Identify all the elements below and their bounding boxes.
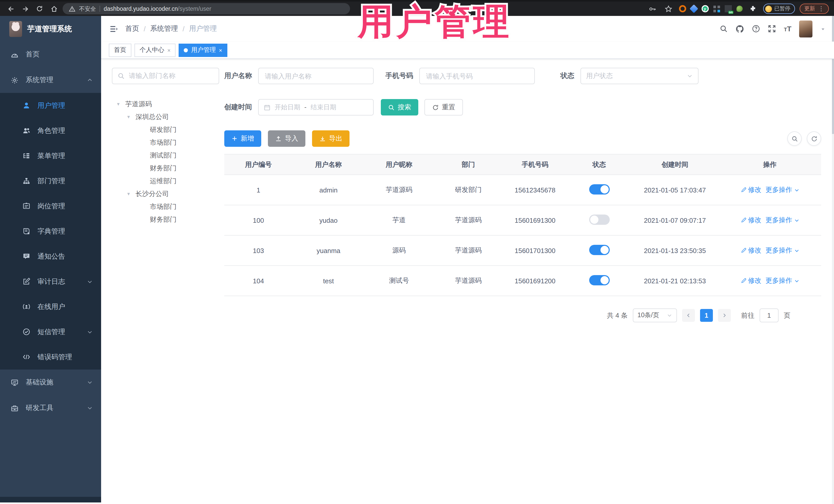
status-toggle[interactable] [589, 184, 610, 194]
import-button[interactable]: 导入 [268, 130, 305, 147]
dept-tree-node[interactable]: ▾ 深圳总公司 [112, 110, 219, 123]
profile-paused-badge[interactable]: 已暂停 [763, 4, 795, 14]
sidebar-group-infrastructure[interactable]: 基础设施 [0, 370, 101, 395]
address-bar[interactable]: 不安全 dashboard.yudao.iocoder.cn/system/us… [63, 3, 350, 14]
sidebar-item-menu-management[interactable]: 菜单管理 [0, 143, 101, 168]
user-avatar[interactable] [799, 20, 812, 37]
search-icon [388, 104, 395, 111]
edit-link[interactable]: 修改 [740, 185, 761, 195]
tree-node-label: 长沙分公司 [135, 189, 169, 198]
dept-tree-node[interactable]: ▾ 芋道源码 [112, 97, 219, 110]
breadcrumb-system[interactable]: 系统管理 [150, 24, 178, 34]
cell-username: yuanma [292, 247, 365, 254]
sidebar-item-user-management[interactable]: 用户管理 [0, 93, 101, 118]
browser-reload-button[interactable] [34, 3, 45, 14]
scrollbar-thumb[interactable] [832, 16, 834, 134]
dept-tree-node[interactable]: ▾ 长沙分公司 [112, 187, 219, 200]
bookmark-star-icon[interactable] [663, 3, 674, 14]
dept-tree-node[interactable]: 市场部门 [112, 136, 219, 149]
sidebar-group-audit-log[interactable]: 审计日志 [0, 269, 101, 294]
sidebar-item-role-management[interactable]: 角色管理 [0, 118, 101, 143]
extension-icon-leaf[interactable] [736, 6, 742, 12]
sidebar-group-system[interactable]: 系统管理 [0, 67, 101, 93]
sidebar-item-error-code[interactable]: 错误码管理 [0, 344, 101, 370]
status-select[interactable]: 用户状态 [580, 68, 699, 84]
toggle-search-button[interactable] [787, 131, 802, 146]
font-size-icon[interactable]: TT [784, 25, 791, 33]
breadcrumb-home[interactable]: 首页 [125, 24, 139, 34]
status-toggle[interactable] [589, 245, 610, 255]
close-icon[interactable]: × [219, 47, 222, 53]
dashboard-icon [11, 50, 19, 58]
browser-forward-button[interactable] [20, 3, 31, 14]
dept-tree-node[interactable]: 运维部门 [112, 175, 219, 187]
help-icon[interactable] [752, 25, 760, 33]
mobile-input[interactable] [419, 68, 535, 84]
search-icon[interactable] [720, 25, 728, 33]
sidebar-item-online-users[interactable]: 在线用户 [0, 294, 101, 319]
prev-page-button[interactable] [682, 309, 695, 322]
browser-home-button[interactable] [48, 3, 60, 14]
search-button[interactable]: 搜索 [381, 99, 418, 115]
refresh-table-button[interactable] [807, 131, 821, 146]
dept-search-input[interactable]: 请输入部门名称 [112, 68, 219, 84]
extension-icon-gem[interactable] [689, 4, 698, 13]
username-input[interactable] [258, 68, 374, 84]
window-scrollbar[interactable] [832, 16, 834, 504]
more-actions-link[interactable]: 更多操作 [766, 216, 799, 225]
extension-icon-switch[interactable]: on [724, 5, 731, 12]
dept-tree-node[interactable]: 财务部门 [112, 162, 219, 175]
tab-home[interactable]: 首页 [109, 43, 131, 57]
sidebar-item-notice[interactable]: 通知公告 [0, 244, 101, 269]
extension-icon-grid[interactable] [713, 5, 720, 12]
dept-tree-node[interactable]: 测试部门 [112, 149, 219, 162]
avatar-caret-icon[interactable] [820, 26, 826, 31]
tree-caret-icon[interactable]: ▾ [127, 191, 132, 197]
tree-caret-icon[interactable]: ▾ [127, 114, 132, 119]
more-actions-link[interactable]: 更多操作 [766, 185, 799, 195]
app-logo-image [9, 21, 22, 37]
sidebar-item-home[interactable]: 首页 [0, 42, 101, 67]
edit-link[interactable]: 修改 [740, 246, 761, 255]
extensions-puzzle-icon[interactable] [747, 3, 758, 14]
edit-link[interactable]: 修改 [740, 216, 761, 225]
reset-button[interactable]: 重置 [424, 99, 463, 115]
sidebar-group-dev-tools[interactable]: 研发工具 [0, 395, 101, 421]
github-icon[interactable] [736, 24, 744, 33]
sidebar-collapse-button[interactable] [109, 24, 118, 33]
page-size-select[interactable]: 10条/页 [633, 308, 677, 322]
goto-page-input[interactable] [760, 308, 778, 322]
more-actions-link[interactable]: 更多操作 [766, 246, 799, 255]
date-range-picker[interactable]: 开始日期 - 结束日期 [258, 99, 374, 115]
table-header-row: 用户编号 用户名称 用户昵称 部门 手机号码 状态 创建时间 操作 [224, 154, 821, 175]
browser-back-button[interactable] [5, 3, 17, 14]
sidebar-item-dept-management[interactable]: 部门管理 [0, 168, 101, 194]
status-toggle[interactable] [589, 214, 610, 224]
tree-caret-icon[interactable]: ▾ [117, 101, 122, 107]
tab-profile[interactable]: 个人中心× [134, 43, 176, 57]
status-toggle[interactable] [589, 275, 610, 285]
extension-icon-green-y[interactable]: y [701, 5, 708, 12]
cell-dept: 芋道源码 [434, 276, 503, 285]
more-actions-link[interactable]: 更多操作 [766, 276, 799, 285]
dept-tree-node[interactable]: 研发部门 [112, 123, 219, 136]
dept-tree-node[interactable]: 财务部门 [112, 213, 219, 226]
extension-icon-orange[interactable] [679, 5, 686, 12]
dept-tree-node[interactable]: 市场部门 [112, 200, 219, 213]
password-key-icon[interactable] [647, 3, 658, 14]
chevron-down-icon [87, 379, 93, 386]
tab-user-management[interactable]: 用户管理× [179, 43, 227, 57]
export-button[interactable]: 导出 [312, 130, 350, 147]
next-page-button[interactable] [718, 309, 731, 322]
fullscreen-icon[interactable] [768, 25, 776, 33]
sidebar-group-sms[interactable]: 短信管理 [0, 319, 101, 344]
sidebar-item-dict-management[interactable]: 字典管理 [0, 219, 101, 244]
sidebar-item-post-management[interactable]: 岗位管理 [0, 194, 101, 219]
close-icon[interactable]: × [167, 47, 171, 53]
browser-update-button[interactable]: 更新⋮ [799, 4, 829, 14]
page-number-1[interactable]: 1 [700, 309, 713, 322]
add-button[interactable]: 新增 [224, 130, 261, 147]
tree-node-label: 市场部门 [150, 138, 177, 147]
app-logo[interactable]: 芋道管理系统 [0, 16, 101, 42]
edit-link[interactable]: 修改 [740, 276, 761, 285]
